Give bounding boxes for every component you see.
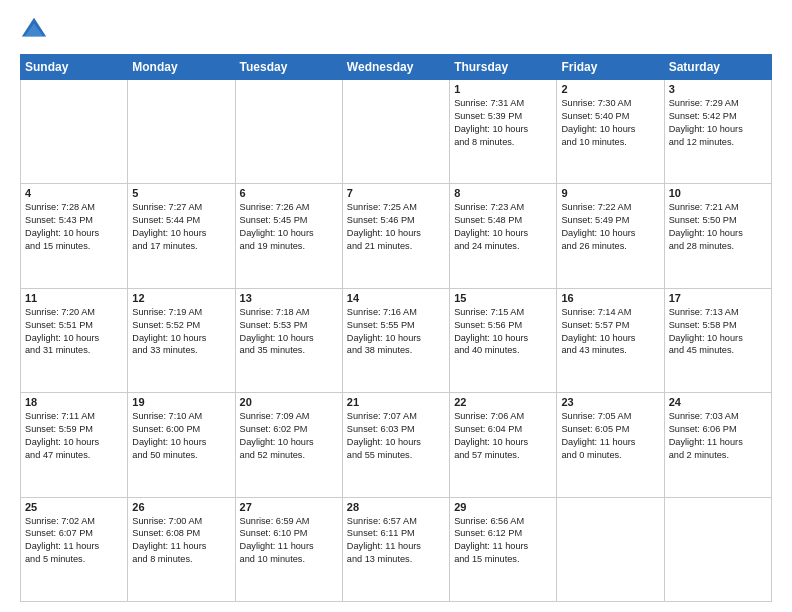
calendar-empty-cell — [235, 80, 342, 184]
calendar-day-25: 25Sunrise: 7:02 AMSunset: 6:07 PMDayligh… — [21, 497, 128, 601]
day-info: Sunrise: 7:26 AMSunset: 5:45 PMDaylight:… — [240, 201, 338, 253]
calendar-day-8: 8Sunrise: 7:23 AMSunset: 5:48 PMDaylight… — [450, 184, 557, 288]
calendar-week-row: 11Sunrise: 7:20 AMSunset: 5:51 PMDayligh… — [21, 288, 772, 392]
day-number: 29 — [454, 501, 552, 513]
day-info: Sunrise: 7:05 AMSunset: 6:05 PMDaylight:… — [561, 410, 659, 462]
calendar-day-6: 6Sunrise: 7:26 AMSunset: 5:45 PMDaylight… — [235, 184, 342, 288]
day-info: Sunrise: 7:18 AMSunset: 5:53 PMDaylight:… — [240, 306, 338, 358]
day-number: 4 — [25, 187, 123, 199]
weekday-header-saturday: Saturday — [664, 55, 771, 80]
calendar-day-27: 27Sunrise: 6:59 AMSunset: 6:10 PMDayligh… — [235, 497, 342, 601]
day-info: Sunrise: 7:30 AMSunset: 5:40 PMDaylight:… — [561, 97, 659, 149]
weekday-header-sunday: Sunday — [21, 55, 128, 80]
calendar-day-19: 19Sunrise: 7:10 AMSunset: 6:00 PMDayligh… — [128, 393, 235, 497]
day-number: 11 — [25, 292, 123, 304]
day-info: Sunrise: 7:10 AMSunset: 6:00 PMDaylight:… — [132, 410, 230, 462]
calendar-day-4: 4Sunrise: 7:28 AMSunset: 5:43 PMDaylight… — [21, 184, 128, 288]
day-info: Sunrise: 7:00 AMSunset: 6:08 PMDaylight:… — [132, 515, 230, 567]
calendar-empty-cell — [557, 497, 664, 601]
calendar-day-20: 20Sunrise: 7:09 AMSunset: 6:02 PMDayligh… — [235, 393, 342, 497]
day-number: 22 — [454, 396, 552, 408]
calendar-day-24: 24Sunrise: 7:03 AMSunset: 6:06 PMDayligh… — [664, 393, 771, 497]
weekday-header-monday: Monday — [128, 55, 235, 80]
day-number: 13 — [240, 292, 338, 304]
calendar-empty-cell — [128, 80, 235, 184]
weekday-header-thursday: Thursday — [450, 55, 557, 80]
page: SundayMondayTuesdayWednesdayThursdayFrid… — [0, 0, 792, 612]
calendar-day-11: 11Sunrise: 7:20 AMSunset: 5:51 PMDayligh… — [21, 288, 128, 392]
calendar-day-10: 10Sunrise: 7:21 AMSunset: 5:50 PMDayligh… — [664, 184, 771, 288]
calendar-week-row: 18Sunrise: 7:11 AMSunset: 5:59 PMDayligh… — [21, 393, 772, 497]
day-number: 15 — [454, 292, 552, 304]
day-info: Sunrise: 6:59 AMSunset: 6:10 PMDaylight:… — [240, 515, 338, 567]
day-number: 14 — [347, 292, 445, 304]
calendar-day-16: 16Sunrise: 7:14 AMSunset: 5:57 PMDayligh… — [557, 288, 664, 392]
day-info: Sunrise: 7:23 AMSunset: 5:48 PMDaylight:… — [454, 201, 552, 253]
day-info: Sunrise: 7:07 AMSunset: 6:03 PMDaylight:… — [347, 410, 445, 462]
logo-icon — [20, 16, 48, 44]
day-number: 6 — [240, 187, 338, 199]
day-info: Sunrise: 7:11 AMSunset: 5:59 PMDaylight:… — [25, 410, 123, 462]
day-info: Sunrise: 7:21 AMSunset: 5:50 PMDaylight:… — [669, 201, 767, 253]
day-info: Sunrise: 6:56 AMSunset: 6:12 PMDaylight:… — [454, 515, 552, 567]
weekday-header-friday: Friday — [557, 55, 664, 80]
calendar-day-14: 14Sunrise: 7:16 AMSunset: 5:55 PMDayligh… — [342, 288, 449, 392]
day-number: 12 — [132, 292, 230, 304]
logo — [20, 16, 52, 44]
day-number: 18 — [25, 396, 123, 408]
calendar-day-13: 13Sunrise: 7:18 AMSunset: 5:53 PMDayligh… — [235, 288, 342, 392]
calendar-day-23: 23Sunrise: 7:05 AMSunset: 6:05 PMDayligh… — [557, 393, 664, 497]
calendar-day-7: 7Sunrise: 7:25 AMSunset: 5:46 PMDaylight… — [342, 184, 449, 288]
day-info: Sunrise: 7:29 AMSunset: 5:42 PMDaylight:… — [669, 97, 767, 149]
day-number: 2 — [561, 83, 659, 95]
calendar-day-17: 17Sunrise: 7:13 AMSunset: 5:58 PMDayligh… — [664, 288, 771, 392]
calendar-empty-cell — [664, 497, 771, 601]
day-number: 1 — [454, 83, 552, 95]
calendar-day-28: 28Sunrise: 6:57 AMSunset: 6:11 PMDayligh… — [342, 497, 449, 601]
day-number: 27 — [240, 501, 338, 513]
day-number: 25 — [25, 501, 123, 513]
day-number: 17 — [669, 292, 767, 304]
calendar-day-12: 12Sunrise: 7:19 AMSunset: 5:52 PMDayligh… — [128, 288, 235, 392]
calendar-week-row: 25Sunrise: 7:02 AMSunset: 6:07 PMDayligh… — [21, 497, 772, 601]
day-number: 26 — [132, 501, 230, 513]
day-info: Sunrise: 7:20 AMSunset: 5:51 PMDaylight:… — [25, 306, 123, 358]
calendar-day-26: 26Sunrise: 7:00 AMSunset: 6:08 PMDayligh… — [128, 497, 235, 601]
day-number: 3 — [669, 83, 767, 95]
day-info: Sunrise: 7:06 AMSunset: 6:04 PMDaylight:… — [454, 410, 552, 462]
calendar-day-22: 22Sunrise: 7:06 AMSunset: 6:04 PMDayligh… — [450, 393, 557, 497]
day-number: 9 — [561, 187, 659, 199]
day-info: Sunrise: 7:13 AMSunset: 5:58 PMDaylight:… — [669, 306, 767, 358]
day-info: Sunrise: 7:09 AMSunset: 6:02 PMDaylight:… — [240, 410, 338, 462]
header — [20, 16, 772, 44]
weekday-header-tuesday: Tuesday — [235, 55, 342, 80]
calendar-day-3: 3Sunrise: 7:29 AMSunset: 5:42 PMDaylight… — [664, 80, 771, 184]
day-info: Sunrise: 7:16 AMSunset: 5:55 PMDaylight:… — [347, 306, 445, 358]
day-number: 10 — [669, 187, 767, 199]
calendar-day-1: 1Sunrise: 7:31 AMSunset: 5:39 PMDaylight… — [450, 80, 557, 184]
calendar-day-9: 9Sunrise: 7:22 AMSunset: 5:49 PMDaylight… — [557, 184, 664, 288]
day-info: Sunrise: 7:25 AMSunset: 5:46 PMDaylight:… — [347, 201, 445, 253]
day-info: Sunrise: 7:27 AMSunset: 5:44 PMDaylight:… — [132, 201, 230, 253]
day-info: Sunrise: 6:57 AMSunset: 6:11 PMDaylight:… — [347, 515, 445, 567]
day-info: Sunrise: 7:28 AMSunset: 5:43 PMDaylight:… — [25, 201, 123, 253]
day-number: 5 — [132, 187, 230, 199]
calendar-week-row: 1Sunrise: 7:31 AMSunset: 5:39 PMDaylight… — [21, 80, 772, 184]
day-info: Sunrise: 7:14 AMSunset: 5:57 PMDaylight:… — [561, 306, 659, 358]
day-info: Sunrise: 7:31 AMSunset: 5:39 PMDaylight:… — [454, 97, 552, 149]
day-number: 21 — [347, 396, 445, 408]
day-info: Sunrise: 7:15 AMSunset: 5:56 PMDaylight:… — [454, 306, 552, 358]
calendar-empty-cell — [21, 80, 128, 184]
day-number: 19 — [132, 396, 230, 408]
day-number: 24 — [669, 396, 767, 408]
day-number: 28 — [347, 501, 445, 513]
day-info: Sunrise: 7:02 AMSunset: 6:07 PMDaylight:… — [25, 515, 123, 567]
calendar-day-5: 5Sunrise: 7:27 AMSunset: 5:44 PMDaylight… — [128, 184, 235, 288]
day-number: 7 — [347, 187, 445, 199]
weekday-header-row: SundayMondayTuesdayWednesdayThursdayFrid… — [21, 55, 772, 80]
calendar-day-2: 2Sunrise: 7:30 AMSunset: 5:40 PMDaylight… — [557, 80, 664, 184]
day-number: 16 — [561, 292, 659, 304]
calendar-day-21: 21Sunrise: 7:07 AMSunset: 6:03 PMDayligh… — [342, 393, 449, 497]
day-info: Sunrise: 7:22 AMSunset: 5:49 PMDaylight:… — [561, 201, 659, 253]
day-info: Sunrise: 7:19 AMSunset: 5:52 PMDaylight:… — [132, 306, 230, 358]
